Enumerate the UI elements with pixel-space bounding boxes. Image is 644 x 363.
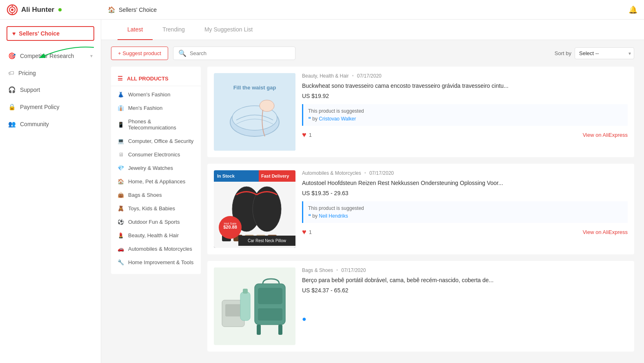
sidebar: ♥ Sellers' Choice 🎯 Competitor Research … bbox=[0, 20, 101, 363]
all-products-label: ALL PRODUCTS bbox=[127, 76, 169, 82]
logo-icon bbox=[7, 4, 18, 16]
main-layout: ♥ Sellers' Choice 🎯 Competitor Research … bbox=[0, 20, 644, 363]
svg-rect-35 bbox=[225, 304, 242, 316]
svg-rect-32 bbox=[257, 325, 261, 335]
tab-latest[interactable]: Latest bbox=[118, 20, 153, 40]
tools-icon: 🔧 bbox=[118, 259, 124, 265]
lock-icon: 🔒 bbox=[8, 103, 16, 111]
community-icon: 👥 bbox=[8, 120, 16, 128]
breadcrumb: Sellers' Choice bbox=[119, 7, 157, 13]
womens-fashion-icon: 👗 bbox=[118, 91, 124, 98]
heart-filled-icon: ♥ bbox=[302, 228, 306, 236]
products-main: ☰ ALL PRODUCTS 👗 Women's Fashion 👔 Men's… bbox=[111, 67, 634, 352]
sellers-choice-label: Sellers' Choice bbox=[19, 30, 60, 37]
sidebar-item-competitor-research[interactable]: 🎯 Competitor Research ▾ bbox=[0, 47, 101, 65]
product-suggested-1: This product is suggested ❝ by Cristovao… bbox=[302, 104, 628, 126]
home-icon: 🏠 bbox=[118, 178, 124, 185]
pillow-image-svg: Fill the waist gap bbox=[214, 73, 295, 151]
category-computer-office[interactable]: 💻 Computer, Office & Security bbox=[111, 134, 201, 148]
category-phones-telecom[interactable]: 📱 Phones & Telecommunications bbox=[111, 115, 201, 134]
product-category: Automobiles & Motorcycles bbox=[302, 170, 361, 176]
category-label: Home, Pet & Appliances bbox=[128, 178, 185, 185]
suggested-username: Cristovao Walker bbox=[319, 116, 356, 122]
tab-my-suggestion-list[interactable]: My Suggestion List bbox=[195, 20, 262, 40]
category-label: Home Improvement & Tools bbox=[128, 259, 193, 265]
view-on-aliexpress-2[interactable]: View on AliExpress bbox=[583, 229, 628, 235]
suggested-label: This product is suggested bbox=[308, 205, 364, 211]
product-card: In Stock Fast Delivery bbox=[207, 164, 634, 254]
sort-select[interactable]: Select -- Newest Most Liked Price: Low t… bbox=[575, 47, 634, 59]
svg-rect-31 bbox=[258, 308, 282, 321]
category-outdoor-sports[interactable]: ⚽ Outdoor Fun & Sports bbox=[111, 215, 201, 229]
svg-rect-37 bbox=[243, 289, 248, 294]
chevron-down-icon: ▾ bbox=[90, 53, 93, 59]
category-beauty-health[interactable]: 💄 Beauty, Health & Hair bbox=[111, 229, 201, 242]
category-home-pet-appliances[interactable]: 🏠 Home, Pet & Appliances bbox=[111, 175, 201, 188]
products-area: + Suggest product 🔍 Sort by Select -- Ne… bbox=[101, 40, 644, 358]
like-button-1[interactable]: ♥ 1 bbox=[302, 131, 312, 139]
heart-filled-icon: ● bbox=[302, 315, 306, 323]
product-date: 07/17/2020 bbox=[369, 170, 394, 176]
tab-trending[interactable]: Trending bbox=[153, 20, 195, 40]
product-price-2: US $19.35 - 29.63 bbox=[302, 190, 628, 196]
sidebar-item-pricing[interactable]: 🏷 Pricing bbox=[0, 65, 101, 81]
like-button-3[interactable]: ● bbox=[302, 315, 306, 323]
product-meta-1: Beauty, Health & Hair • 07/17/2020 bbox=[302, 73, 628, 79]
suggested-label: This product is suggested bbox=[308, 108, 364, 114]
quote-icon: ❝ bbox=[308, 116, 311, 122]
product-meta-3: Bags & Shoes • 07/17/2020 bbox=[302, 267, 628, 273]
category-bags-shoes[interactable]: 👜 Bags & Shoes bbox=[111, 188, 201, 202]
like-button-2[interactable]: ♥ 1 bbox=[302, 228, 312, 236]
search-icon: 🔍 bbox=[178, 49, 187, 57]
product-meta-2: Automobiles & Motorcycles • 07/17/2020 bbox=[302, 170, 628, 176]
categories-panel: ☰ ALL PRODUCTS 👗 Women's Fashion 👔 Men's… bbox=[111, 67, 201, 274]
sellers-choice-button[interactable]: ♥ Sellers' Choice bbox=[7, 26, 94, 41]
view-on-aliexpress-1[interactable]: View on AliExpress bbox=[583, 132, 628, 138]
svg-text:In Stock: In Stock bbox=[217, 174, 235, 178]
category-toys-kids[interactable]: 🧸 Toys, Kids & Babies bbox=[111, 202, 201, 215]
product-info-1: Beauty, Health & Hair • 07/17/2020 Buckw… bbox=[302, 73, 628, 151]
like-count: 1 bbox=[309, 132, 312, 138]
home-icon: 🏠 bbox=[108, 6, 115, 13]
sidebar-item-support[interactable]: 🎧 Support bbox=[0, 81, 101, 98]
svg-point-17 bbox=[253, 187, 281, 232]
category-label: Toys, Kids & Babies bbox=[128, 205, 175, 212]
product-title-1: Buckwheat sono travesseiro cama encosto … bbox=[302, 82, 628, 90]
product-category: Bags & Shoes bbox=[302, 267, 333, 273]
logo-area: Ali Hunter bbox=[7, 4, 108, 16]
product-title-2: Autostoel Hoofdsteun Reizen Rest Nekkuss… bbox=[302, 179, 628, 187]
suggest-product-button[interactable]: + Suggest product bbox=[111, 47, 168, 60]
category-mens-fashion[interactable]: 👔 Men's Fashion bbox=[111, 101, 201, 115]
product-image-2: In Stock Fast Delivery bbox=[214, 170, 295, 248]
auto-icon: 🚗 bbox=[118, 246, 124, 252]
products-toolbar: + Suggest product 🔍 Sort by Select -- Ne… bbox=[111, 47, 634, 60]
category-consumer-electronics[interactable]: 🖥 Consumer Electronics bbox=[111, 148, 201, 161]
svg-point-10 bbox=[260, 100, 274, 111]
category-jewelry-watches[interactable]: 💎 Jewelry & Watches bbox=[111, 161, 201, 175]
sidebar-item-label: Payment Policy bbox=[20, 104, 93, 110]
search-bar: 🔍 bbox=[173, 47, 295, 60]
category-womens-fashion[interactable]: 👗 Women's Fashion bbox=[111, 88, 201, 101]
sidebar-item-payment-policy[interactable]: 🔒 Payment Policy bbox=[0, 98, 101, 116]
search-input[interactable] bbox=[190, 50, 290, 56]
category-label: Men's Fashion bbox=[128, 105, 162, 111]
category-label: Beauty, Health & Hair bbox=[128, 232, 179, 238]
app-title: Ali Hunter bbox=[21, 6, 54, 14]
svg-text:Fast Delivery: Fast Delivery bbox=[261, 174, 289, 178]
product-footer-3: ● bbox=[302, 298, 628, 323]
svg-text:$20.88: $20.88 bbox=[223, 225, 237, 229]
suggested-username: Neil Hendriks bbox=[319, 213, 348, 219]
sidebar-item-community[interactable]: 👥 Community bbox=[0, 116, 101, 133]
category-home-improvement[interactable]: 🔧 Home Improvement & Tools bbox=[111, 256, 201, 269]
product-info-3: Bags & Shoes • 07/17/2020 Berço para beb… bbox=[302, 267, 628, 345]
sidebar-item-label: Community bbox=[20, 121, 93, 127]
product-card: Bags & Shoes • 07/17/2020 Berço para beb… bbox=[207, 261, 634, 352]
category-all-products[interactable]: ☰ ALL PRODUCTS bbox=[111, 71, 201, 86]
beauty-icon: 💄 bbox=[118, 232, 124, 238]
product-image-1: Fill the waist gap bbox=[214, 73, 295, 151]
product-price-1: US $19.92 bbox=[302, 93, 628, 99]
bag-image-svg bbox=[214, 267, 295, 345]
category-automobiles[interactable]: 🚗 Automobiles & Motorcycles bbox=[111, 242, 201, 256]
sports-icon: ⚽ bbox=[118, 219, 124, 225]
bell-icon[interactable]: 🔔 bbox=[628, 5, 637, 14]
